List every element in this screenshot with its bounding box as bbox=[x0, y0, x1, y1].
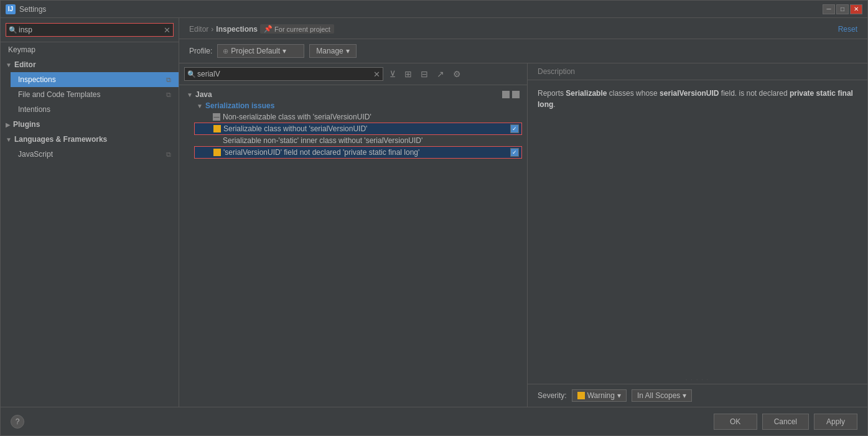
severity-dropdown[interactable]: Warning ▾ bbox=[572, 389, 627, 402]
ok-button[interactable]: OK bbox=[714, 414, 757, 430]
sidebar-editor-children: Inspections ⧉ File and Code Templates ⧉ … bbox=[1, 72, 179, 117]
sidebar-item-inspections[interactable]: Inspections ⧉ bbox=[11, 72, 179, 87]
breadcrumb-separator: › bbox=[211, 25, 213, 34]
serial-field-label: 'serialVersionUID' field not declared 'p… bbox=[223, 148, 508, 157]
non-serializable-color-box: — bbox=[213, 113, 220, 121]
breadcrumb-editor: Editor bbox=[189, 25, 208, 34]
description-header: Description bbox=[528, 63, 867, 80]
inspections-toolbar: 🔍 ✕ ⊻ ⊞ ⊟ ↗ ⚙ bbox=[179, 63, 527, 85]
settings-window: IJ Settings ─ □ ✕ 🔍 ✕ Keymap ▼ bbox=[0, 0, 868, 436]
sidebar-section-languages[interactable]: ▼ Languages & Frameworks bbox=[1, 132, 179, 147]
main-panel: Editor › Inspections 📌 For current proje… bbox=[179, 18, 867, 407]
description-panel: Description Reports Serializable classes… bbox=[528, 63, 867, 407]
help-button[interactable]: ? bbox=[11, 415, 24, 429]
severity-value: Warning bbox=[587, 391, 615, 400]
sidebar-item-intentions[interactable]: Intentions bbox=[11, 102, 179, 117]
sidebar-item-file-code-templates-label: File and Code Templates bbox=[18, 90, 101, 99]
bottom-left: ? bbox=[11, 415, 24, 429]
project-badge-label: For current project bbox=[274, 26, 330, 33]
sidebar-search-clear-icon[interactable]: ✕ bbox=[164, 26, 170, 35]
java-color-box bbox=[502, 91, 510, 98]
profile-dropdown[interactable]: ⊕ Project Default ▾ bbox=[217, 44, 304, 58]
manage-arrow: ▾ bbox=[346, 47, 350, 55]
sidebar-section-editor-label: Editor bbox=[14, 60, 36, 69]
tree-item-serializable-without[interactable]: Serializable class without 'serialVersio… bbox=[194, 123, 522, 135]
inspection-search-wrapper: 🔍 ✕ bbox=[184, 67, 383, 81]
scope-dropdown[interactable]: In All Scopes ▾ bbox=[632, 389, 692, 402]
severity-arrow: ▾ bbox=[617, 391, 621, 400]
non-serializable-label: Non-serializable class with 'serialVersi… bbox=[223, 113, 520, 121]
close-button[interactable]: ✕ bbox=[850, 4, 862, 14]
profile-label: Profile: bbox=[189, 47, 212, 55]
project-badge-icon: 📌 bbox=[264, 25, 273, 33]
breadcrumb-current: Inspections bbox=[216, 25, 258, 34]
desc-bold1: Serializable bbox=[566, 89, 607, 98]
sidebar-search-wrapper: 🔍 ✕ bbox=[6, 23, 174, 37]
severity-color-icon bbox=[577, 392, 585, 399]
sidebar-search-input[interactable] bbox=[6, 23, 174, 37]
sidebar-section-languages-label: Languages & Frameworks bbox=[14, 135, 107, 144]
inspection-search-input[interactable] bbox=[184, 67, 383, 81]
title-bar: IJ Settings ─ □ ✕ bbox=[1, 1, 867, 18]
tree-serialization-subsection: ▼ Serialization issues — Non-serializabl… bbox=[184, 100, 522, 159]
sidebar-search-icon: 🔍 bbox=[9, 26, 17, 34]
desc-bold2: serialVersionUID bbox=[660, 89, 719, 98]
sidebar-item-javascript[interactable]: JavaScript ⧉ bbox=[11, 147, 179, 162]
tree-serialization-header[interactable]: ▼ Serialization issues bbox=[194, 100, 522, 111]
inspection-search-clear-icon[interactable]: ✕ bbox=[373, 70, 380, 79]
main-header: Editor › Inspections 📌 For current proje… bbox=[179, 18, 867, 39]
tree-java-header[interactable]: ▼ Java bbox=[184, 89, 522, 100]
bottom-bar: ? OK Cancel Apply bbox=[1, 407, 867, 435]
plugins-triangle-icon: ▶ bbox=[6, 121, 11, 128]
sidebar: 🔍 ✕ Keymap ▼ Editor Inspections ⧉ bbox=[1, 18, 179, 407]
breadcrumb: Editor › Inspections 📌 For current proje… bbox=[189, 24, 334, 34]
tree-item-non-serializable[interactable]: — Non-serializable class with 'serialVer… bbox=[194, 111, 522, 123]
description-content: Reports Serializable classes whose seria… bbox=[528, 80, 867, 376]
inspections-tree-panel: 🔍 ✕ ⊻ ⊞ ⊟ ↗ ⚙ ▼ bbox=[179, 63, 528, 407]
sidebar-item-file-code-templates[interactable]: File and Code Templates ⧉ bbox=[11, 87, 179, 102]
filter-button[interactable]: ⊻ bbox=[387, 68, 398, 80]
sidebar-item-keymap[interactable]: Keymap bbox=[1, 42, 179, 57]
serialization-triangle-icon: ▼ bbox=[197, 103, 203, 109]
sidebar-languages-children: JavaScript ⧉ bbox=[1, 147, 179, 162]
window-title: Settings bbox=[19, 5, 823, 14]
serial-field-color-box bbox=[213, 149, 221, 156]
desc-mid: classes whose bbox=[607, 89, 660, 98]
profile-row: Profile: ⊕ Project Default ▾ Manage ▾ bbox=[179, 39, 867, 63]
sidebar-section-plugins[interactable]: ▶ Plugins bbox=[1, 117, 179, 132]
cancel-button[interactable]: Cancel bbox=[762, 414, 809, 430]
sidebar-section-editor[interactable]: ▼ Editor bbox=[1, 57, 179, 72]
apply-button[interactable]: Apply bbox=[814, 414, 857, 430]
sidebar-item-keymap-label: Keymap bbox=[8, 45, 35, 54]
sidebar-item-javascript-label: JavaScript bbox=[18, 150, 53, 159]
reset-button[interactable]: Reset bbox=[838, 25, 857, 34]
serializable-without-label: Serializable class without 'serialVersio… bbox=[223, 124, 508, 133]
description-footer: Severity: Warning ▾ In All Scopes ▾ bbox=[528, 384, 867, 407]
tree-serialization-label: Serialization issues bbox=[205, 101, 274, 110]
content-area: 🔍 ✕ Keymap ▼ Editor Inspections ⧉ bbox=[1, 18, 867, 407]
expand-all-button[interactable]: ⊞ bbox=[402, 68, 414, 80]
resizer-dots: · · · · · bbox=[528, 376, 867, 384]
project-badge: 📌 For current project bbox=[260, 24, 334, 34]
bottom-right: OK Cancel Apply bbox=[714, 414, 857, 430]
export-button[interactable]: ↗ bbox=[434, 68, 447, 80]
java-dash-box bbox=[512, 91, 520, 98]
help-icon: ? bbox=[16, 417, 20, 426]
sidebar-item-intentions-label: Intentions bbox=[18, 105, 50, 114]
manage-button[interactable]: Manage ▾ bbox=[309, 44, 356, 58]
profile-dropdown-value: Project Default bbox=[231, 47, 280, 55]
desc-prefix: Reports bbox=[538, 89, 566, 98]
serializable-without-checkbox[interactable] bbox=[510, 124, 519, 133]
collapse-all-button[interactable]: ⊟ bbox=[418, 68, 431, 80]
serial-field-checkbox[interactable] bbox=[510, 148, 519, 157]
sidebar-section-plugins-label: Plugins bbox=[13, 120, 40, 129]
app-icon: IJ bbox=[6, 4, 16, 14]
description-text: Reports Serializable classes whose seria… bbox=[538, 88, 857, 110]
tree-item-serial-field[interactable]: 'serialVersionUID' field not declared 'p… bbox=[194, 146, 522, 159]
minimize-button[interactable]: ─ bbox=[823, 4, 835, 14]
settings-button[interactable]: ⚙ bbox=[450, 68, 464, 80]
inspections-area: 🔍 ✕ ⊻ ⊞ ⊟ ↗ ⚙ ▼ bbox=[179, 63, 867, 407]
tree-section-java: ▼ Java ▼ Serialization issue bbox=[179, 88, 527, 160]
tree-item-serializable-non-static[interactable]: Serializable non-'static' inner class wi… bbox=[194, 135, 522, 146]
maximize-button[interactable]: □ bbox=[836, 4, 849, 14]
